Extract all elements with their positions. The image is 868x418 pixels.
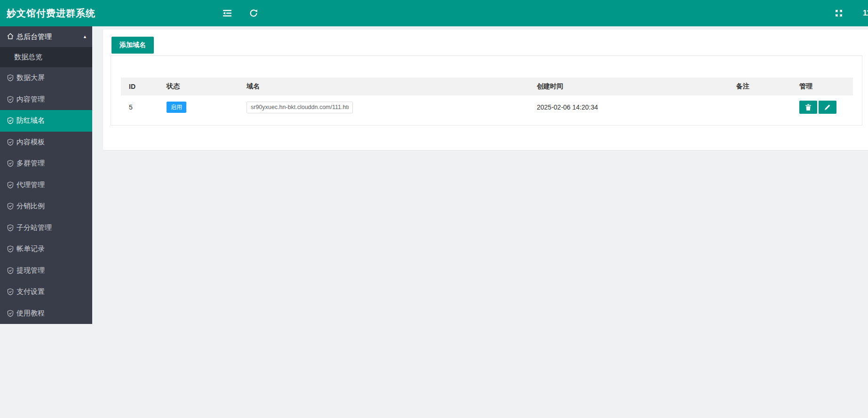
sidebar-item-withdraw-manage[interactable]: 提现管理: [0, 260, 92, 282]
shield-check-icon: [7, 203, 14, 210]
sidebar-item-content-template[interactable]: 内容模板: [0, 132, 92, 153]
sidebar-item-multi-group[interactable]: 多群管理: [0, 153, 92, 174]
sidebar-item-bill-records[interactable]: 帐单记录: [0, 238, 92, 260]
sidebar-item-tutorial[interactable]: 使用教程: [0, 303, 92, 324]
col-header-status: 状态: [159, 78, 239, 95]
col-header-created: 创建时间: [529, 78, 728, 95]
trash-icon: [799, 104, 817, 111]
sidebar-item-data-overview[interactable]: 数据总览: [0, 47, 92, 67]
sidebar-item-agent-manage[interactable]: 代理管理: [0, 174, 92, 196]
chevron-up-icon: ▲: [83, 35, 87, 39]
delete-button[interactable]: [799, 101, 817, 114]
sidebar-item-admin-root[interactable]: 总后台管理 ▲: [0, 26, 92, 47]
col-header-id: ID: [121, 78, 159, 95]
cell-domain: [239, 95, 529, 119]
domain-input[interactable]: [247, 102, 353, 113]
sidebar-item-label: 数据大屏: [16, 73, 45, 82]
shield-check-icon: [7, 310, 14, 317]
sidebar-item-label: 内容管理: [16, 95, 45, 104]
sidebar-item-label: 数据总览: [14, 53, 42, 62]
shield-check-icon: [7, 267, 14, 274]
col-header-domain: 域名: [239, 78, 529, 95]
sidebar-nav: 总后台管理 ▲ 数据总览 数据大屏 内容管理 防红域名 内容模板 多群管理 代理…: [0, 26, 92, 324]
sidebar-item-label: 帐单记录: [16, 244, 45, 253]
sidebar-item-label: 代理管理: [16, 181, 45, 189]
top-header: 妙文馆付费进群系统 11: [0, 0, 868, 26]
sidebar-item-label: 内容模板: [16, 138, 45, 147]
fullscreen-icon[interactable]: [834, 8, 844, 18]
sidebar-item-label: 多群管理: [16, 159, 45, 168]
cell-id: 5: [121, 95, 159, 119]
shield-check-icon: [7, 224, 14, 231]
sidebar-item-label: 防红域名: [16, 116, 45, 125]
add-domain-button[interactable]: 添加域名: [111, 37, 154, 54]
shield-check-icon: [7, 288, 14, 295]
pencil-icon: [819, 104, 836, 110]
sidebar-item-substation-manage[interactable]: 子分站管理: [0, 217, 92, 239]
refresh-icon[interactable]: [248, 8, 259, 18]
collapse-menu-icon[interactable]: [222, 8, 232, 18]
sidebar-item-label: 分销比例: [16, 202, 45, 211]
shield-check-icon: [7, 74, 14, 81]
sidebar-item-payment-settings[interactable]: 支付设置: [0, 281, 92, 303]
sidebar-item-label: 提现管理: [16, 266, 45, 275]
domain-table: ID 状态 域名 创建时间 备注 管理 5 启用 2025: [121, 78, 853, 119]
edit-button[interactable]: [819, 101, 836, 114]
sidebar-item-content-manage[interactable]: 内容管理: [0, 89, 92, 110]
sidebar-item-label: 总后台管理: [16, 32, 52, 41]
col-header-remark: 备注: [728, 78, 791, 95]
cell-status: 启用: [159, 95, 239, 119]
shield-check-icon: [7, 139, 14, 146]
table-header-row: ID 状态 域名 创建时间 备注 管理: [121, 78, 853, 95]
header-right-text: 11: [863, 0, 868, 26]
shield-check-icon: [7, 181, 14, 189]
col-header-manage: 管理: [791, 78, 853, 95]
sidebar-item-label: 使用教程: [16, 309, 45, 318]
shield-check-icon: [7, 117, 14, 124]
sidebar-item-data-screen[interactable]: 数据大屏: [0, 67, 92, 89]
home-icon: [7, 33, 14, 41]
sidebar-item-label: 支付设置: [16, 287, 45, 296]
app-title: 妙文馆付费进群系统: [7, 0, 96, 26]
domain-table-container: ID 状态 域名 创建时间 备注 管理 5 启用 2025: [111, 55, 862, 126]
sidebar-item-distribution-ratio[interactable]: 分销比例: [0, 196, 92, 217]
sidebar-item-anti-red-domain[interactable]: 防红域名: [0, 110, 92, 132]
table-row: 5 启用 2025-02-06 14:20:34: [121, 95, 853, 119]
status-badge: 启用: [167, 102, 186, 113]
shield-check-icon: [7, 160, 14, 167]
cell-created: 2025-02-06 14:20:34: [529, 95, 728, 119]
sidebar-item-label: 子分站管理: [16, 223, 52, 232]
shield-check-icon: [7, 245, 14, 252]
content-card: 添加域名 ID 状态 域名 创建时间 备注 管理 5: [103, 30, 868, 150]
cell-manage: [791, 95, 853, 119]
cell-remark: [728, 95, 791, 119]
shield-check-icon: [7, 96, 14, 103]
